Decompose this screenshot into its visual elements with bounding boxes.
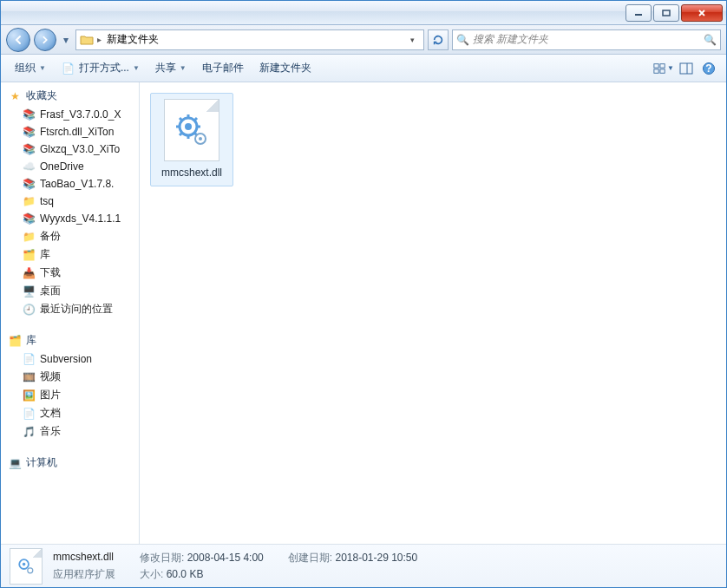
archive-icon: 📚 — [22, 212, 36, 225]
folder-icon: 📁 — [22, 230, 36, 244]
computer-group: 💻 计算机 — [1, 453, 139, 473]
navigation-pane[interactable]: ★ 收藏夹 📚Frasf_V3.7.0.0_X 📚Ftsrch.dll_XiTo… — [1, 82, 140, 544]
sidebar-item[interactable]: 📚Wyyxds_V4.1.1.1 — [1, 210, 139, 227]
favorites-group: ★ 收藏夹 📚Frasf_V3.7.0.0_X 📚Ftsrch.dll_XiTo… — [1, 86, 139, 318]
doc-icon: 📄 — [22, 407, 36, 421]
view-options-button[interactable]: ▼ — [653, 58, 674, 79]
address-bar[interactable]: ▸ 新建文件夹 ▾ — [75, 29, 424, 50]
sidebar-item[interactable]: 📄Subversion — [1, 350, 139, 368]
download-icon: 📥 — [22, 266, 36, 280]
archive-icon: 📚 — [22, 125, 36, 139]
search-go-icon: 🔍 — [704, 34, 717, 46]
sidebar-item[interactable]: 🕘最近访问的位置 — [1, 300, 139, 318]
address-dropdown[interactable]: ▾ — [404, 36, 420, 44]
new-folder-button[interactable]: 新建文件夹 — [252, 57, 318, 79]
svg-line-18 — [180, 133, 182, 135]
chevron-right-icon: ▸ — [97, 35, 102, 44]
svg-line-19 — [194, 118, 197, 121]
app-icon: 📄 — [62, 62, 75, 75]
file-item[interactable]: mmcshext.dll — [150, 93, 233, 186]
close-button[interactable] — [681, 4, 723, 22]
sidebar-item[interactable]: ☁️OneDrive — [1, 158, 139, 175]
preview-pane-button[interactable] — [676, 58, 697, 79]
doc-icon: 📄 — [22, 352, 36, 366]
sidebar-item[interactable]: 🖼️图片 — [1, 386, 139, 404]
recent-icon: 🕘 — [22, 303, 36, 317]
archive-icon: 📚 — [22, 142, 36, 156]
nav-back-button[interactable] — [6, 28, 30, 52]
archive-icon: 📚 — [22, 177, 36, 191]
music-icon: 🎵 — [22, 425, 36, 439]
sidebar-item[interactable]: 📚TaoBao_V1.7.8. — [1, 175, 139, 193]
open-with-button[interactable]: 📄 打开方式...▼ — [55, 57, 147, 79]
nav-forward-button[interactable] — [34, 29, 56, 51]
cloud-icon: ☁️ — [22, 160, 36, 173]
gear-icon — [16, 556, 36, 577]
sidebar-item[interactable]: 📥下载 — [1, 264, 139, 282]
sidebar-item[interactable]: 📚Ftsrch.dll_XiTon — [1, 123, 139, 140]
folder-icon — [80, 33, 94, 47]
sidebar-item[interactable]: 📚Frasf_V3.7.0.0_X — [1, 106, 139, 123]
file-name-label: mmcshext.dll — [161, 167, 222, 179]
sidebar-item[interactable]: 📚Glxzq_V3.0_XiTo — [1, 140, 139, 158]
svg-line-16 — [180, 118, 182, 121]
svg-point-11 — [185, 123, 192, 130]
maximize-button[interactable] — [653, 4, 679, 22]
details-thumbnail — [10, 548, 43, 585]
sidebar-item[interactable]: 🎞️视频 — [1, 368, 139, 386]
modified-value: 2008-04-15 4:00 — [187, 552, 264, 564]
sidebar-item[interactable]: 📄文档 — [1, 404, 139, 422]
navigation-bar: ▾ ▸ 新建文件夹 ▾ 🔍 搜索 新建文件夹 🔍 — [1, 25, 726, 55]
libraries-icon: 🗂️ — [8, 334, 22, 348]
modified-label: 修改日期: — [140, 552, 184, 564]
sidebar-item[interactable]: 📁tsq — [1, 193, 139, 210]
share-button[interactable]: 共享▼ — [148, 57, 193, 79]
svg-rect-6 — [680, 63, 692, 74]
details-filename: mmcshext.dll — [53, 551, 115, 565]
libraries-icon: 🗂️ — [22, 248, 36, 262]
svg-point-21 — [199, 137, 202, 140]
computer-icon: 💻 — [8, 456, 22, 470]
search-input[interactable]: 🔍 搜索 新建文件夹 🔍 — [452, 29, 721, 50]
details-filetype: 应用程序扩展 — [53, 567, 115, 582]
created-value: 2018-01-29 10:50 — [335, 552, 417, 564]
search-placeholder: 搜索 新建文件夹 — [473, 32, 548, 47]
video-icon: 🎞️ — [22, 370, 36, 384]
archive-icon: 📚 — [22, 108, 36, 121]
file-list-pane[interactable]: mmcshext.dll — [140, 82, 726, 544]
gear-icon — [174, 113, 209, 147]
details-pane: mmcshext.dll 修改日期: 2008-04-15 4:00 创建日期:… — [1, 544, 726, 587]
libraries-group: 🗂️ 库 📄Subversion 🎞️视频 🖼️图片 📄文档 🎵音乐 — [1, 330, 139, 441]
picture-icon: 🖼️ — [22, 389, 36, 402]
libraries-header[interactable]: 🗂️ 库 — [1, 330, 139, 350]
file-thumbnail — [164, 99, 219, 161]
folder-icon: 📁 — [22, 194, 36, 208]
svg-rect-1 — [663, 10, 670, 16]
svg-text:?: ? — [705, 62, 711, 75]
sidebar-item[interactable]: 🎵音乐 — [1, 422, 139, 441]
organize-button[interactable]: 组织▼ — [8, 57, 53, 79]
computer-header[interactable]: 💻 计算机 — [1, 453, 139, 473]
favorites-header[interactable]: ★ 收藏夹 — [1, 86, 139, 106]
svg-rect-3 — [660, 63, 665, 67]
minimize-button[interactable] — [625, 4, 652, 22]
svg-rect-5 — [660, 69, 665, 72]
command-toolbar: 组织▼ 📄 打开方式...▼ 共享▼ 电子邮件 新建文件夹 ▼ ? — [1, 55, 726, 82]
details-meta: mmcshext.dll 修改日期: 2008-04-15 4:00 创建日期:… — [53, 551, 442, 582]
sidebar-item[interactable]: 🗂️库 — [1, 245, 139, 264]
size-label: 大小: — [140, 568, 163, 580]
window-controls — [625, 4, 723, 22]
svg-point-23 — [23, 562, 26, 565]
created-label: 创建日期: — [288, 552, 332, 564]
breadcrumb-segment[interactable]: 新建文件夹 — [105, 32, 160, 47]
email-button[interactable]: 电子邮件 — [195, 57, 251, 79]
sidebar-item[interactable]: 📁备份 — [1, 227, 139, 245]
search-icon: 🔍 — [456, 34, 469, 46]
desktop-icon: 🖥️ — [22, 284, 36, 298]
nav-history-dropdown[interactable]: ▾ — [60, 29, 72, 51]
refresh-button[interactable] — [428, 29, 449, 50]
help-button[interactable]: ? — [698, 58, 719, 79]
svg-point-24 — [28, 567, 33, 572]
sidebar-item[interactable]: 🖥️桌面 — [1, 282, 139, 300]
size-value: 60.0 KB — [167, 568, 204, 580]
